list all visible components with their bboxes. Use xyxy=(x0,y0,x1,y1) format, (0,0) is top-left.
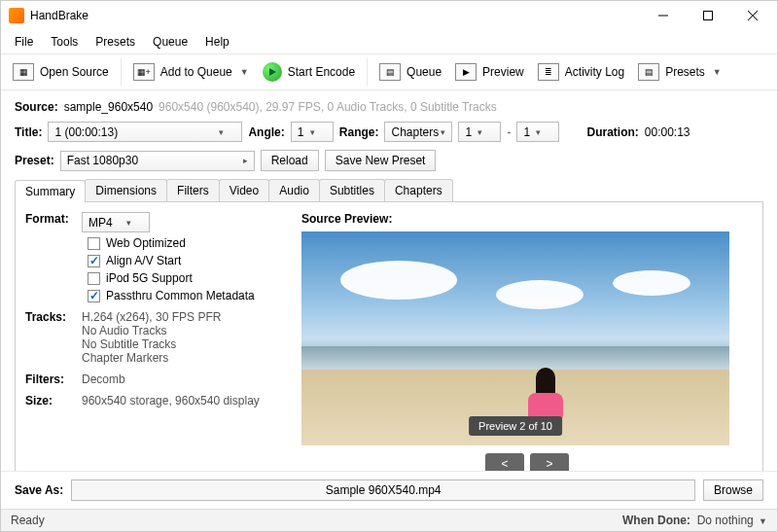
source-name: sample_960x540 xyxy=(64,100,153,114)
queue-button[interactable]: ▤Queue xyxy=(373,59,447,85)
play-icon xyxy=(263,62,282,82)
tab-summary[interactable]: Summary xyxy=(15,180,86,202)
toolbar: ▦Open Source ▦+Add to Queue▼ Start Encod… xyxy=(1,54,777,90)
passthru-meta-checkbox[interactable]: ✓Passthru Common Metadata xyxy=(88,289,255,302)
checkbox-icon xyxy=(88,237,100,250)
ipod-checkbox[interactable]: iPod 5G Support xyxy=(88,271,255,285)
size-label: Size: xyxy=(25,394,70,408)
cloud-shape xyxy=(496,280,584,309)
close-button[interactable] xyxy=(730,1,775,30)
when-done-select[interactable]: Do nothing ▼ xyxy=(697,514,767,527)
presets-button[interactable]: ▤Presets▼ xyxy=(632,59,727,85)
window-title: HandBrake xyxy=(30,9,641,22)
menu-file[interactable]: File xyxy=(7,32,41,52)
track-line: Chapter Markers xyxy=(82,351,221,365)
title-value: 1 (00:00:13) xyxy=(54,125,118,139)
open-source-button[interactable]: ▦Open Source xyxy=(7,59,115,85)
cloud-shape xyxy=(613,270,690,296)
tab-video[interactable]: Video xyxy=(219,179,269,201)
align-av-checkbox[interactable]: ✓Align A/V Start xyxy=(88,254,255,267)
preset-label: Preset: xyxy=(15,154,54,167)
source-row: Source: sample_960x540 960x540 (960x540)… xyxy=(15,100,763,114)
start-encode-label: Start Encode xyxy=(288,65,355,79)
chevron-down-icon: ▼ xyxy=(240,67,249,77)
presets-icon: ▤ xyxy=(638,63,659,81)
menu-help[interactable]: Help xyxy=(197,32,237,52)
range-mode-value: Chapters xyxy=(391,125,439,139)
preview-button[interactable]: ▶Preview xyxy=(449,59,530,85)
format-select[interactable]: MP4▾ xyxy=(82,212,150,232)
save-preset-button[interactable]: Save New Preset xyxy=(325,150,437,171)
align-av-label: Align A/V Start xyxy=(106,254,181,267)
activity-log-button[interactable]: ≣Activity Log xyxy=(532,59,630,85)
preview-counter-badge: Preview 2 of 10 xyxy=(469,416,562,436)
source-preview-label: Source Preview: xyxy=(301,212,753,226)
range-dash: - xyxy=(507,125,511,139)
tab-chapters[interactable]: Chapters xyxy=(384,179,453,201)
reload-button[interactable]: Reload xyxy=(261,150,319,171)
preview-next-button[interactable]: > xyxy=(530,453,569,471)
range-to-select[interactable]: 1▾ xyxy=(516,122,559,142)
filters-value: Decomb xyxy=(82,372,125,386)
queue-label: Queue xyxy=(407,65,442,79)
sea-shape xyxy=(301,346,729,370)
add-queue-label: Add to Queue xyxy=(160,65,232,79)
source-label: Source: xyxy=(15,100,58,114)
film-icon: ▦ xyxy=(13,63,34,81)
checkbox-checked-icon: ✓ xyxy=(88,255,100,267)
app-icon xyxy=(9,8,24,23)
chevron-down-icon: ▼ xyxy=(713,67,722,77)
preview-label: Preview xyxy=(482,65,524,79)
passthru-meta-label: Passthru Common Metadata xyxy=(106,289,255,302)
save-as-row: Save As: Browse xyxy=(1,471,777,509)
preview-image: Preview 2 of 10 xyxy=(301,231,729,445)
svg-rect-1 xyxy=(704,12,713,20)
checkbox-checked-icon: ✓ xyxy=(88,290,100,302)
add-to-queue-button[interactable]: ▦+Add to Queue▼ xyxy=(127,59,255,85)
web-optimized-checkbox[interactable]: Web Optimized xyxy=(88,236,255,250)
tab-audio[interactable]: Audio xyxy=(268,179,320,201)
size-value: 960x540 storage, 960x540 display xyxy=(82,394,260,408)
ipod-label: iPod 5G Support xyxy=(106,271,193,285)
range-from-value: 1 xyxy=(465,125,472,139)
minimize-button[interactable] xyxy=(641,1,686,30)
angle-value: 1 xyxy=(298,125,304,139)
log-icon: ≣ xyxy=(538,63,559,81)
menu-presets[interactable]: Presets xyxy=(88,32,143,52)
source-meta: 960x540 (960x540), 29.97 FPS, 0 Audio Tr… xyxy=(159,100,497,114)
preview-prev-button[interactable]: < xyxy=(485,453,524,471)
save-as-input[interactable] xyxy=(71,479,695,501)
range-label: Range: xyxy=(339,125,379,139)
open-source-label: Open Source xyxy=(40,65,109,79)
range-to-value: 1 xyxy=(523,125,530,139)
tab-filters[interactable]: Filters xyxy=(166,179,220,201)
status-ready: Ready xyxy=(11,514,45,527)
preset-select[interactable]: Fast 1080p30▸ xyxy=(60,151,255,171)
start-encode-button[interactable]: Start Encode xyxy=(257,58,361,86)
cloud-shape xyxy=(340,261,457,300)
format-label: Format: xyxy=(25,212,70,302)
save-as-label: Save As: xyxy=(15,483,63,497)
format-value: MP4 xyxy=(88,216,113,230)
tabs: Summary Dimensions Filters Video Audio S… xyxy=(15,179,763,202)
when-done-label: When Done: xyxy=(622,514,690,527)
web-optimized-label: Web Optimized xyxy=(106,236,186,250)
menu-queue[interactable]: Queue xyxy=(145,32,195,52)
tab-body-summary: Format: MP4▾ Web Optimized ✓Align A/V St… xyxy=(15,202,763,471)
track-line: No Subtitle Tracks xyxy=(82,337,221,351)
tab-dimensions[interactable]: Dimensions xyxy=(85,179,167,201)
browse-button[interactable]: Browse xyxy=(703,479,763,501)
duration-value: 00:00:13 xyxy=(645,125,690,139)
title-bar: HandBrake xyxy=(1,1,777,30)
title-select[interactable]: 1 (00:00:13)▾ xyxy=(48,122,242,142)
presets-label: Presets xyxy=(665,65,705,79)
menu-bar: File Tools Presets Queue Help xyxy=(1,30,777,54)
filters-label: Filters: xyxy=(25,372,70,386)
range-mode-select[interactable]: Chapters▾ xyxy=(384,122,452,142)
angle-select[interactable]: 1▾ xyxy=(291,122,334,142)
range-from-select[interactable]: 1▾ xyxy=(458,122,501,142)
menu-tools[interactable]: Tools xyxy=(43,32,86,52)
maximize-button[interactable] xyxy=(686,1,730,30)
track-line: No Audio Tracks xyxy=(82,324,221,337)
tab-subtitles[interactable]: Subtitles xyxy=(319,179,385,201)
